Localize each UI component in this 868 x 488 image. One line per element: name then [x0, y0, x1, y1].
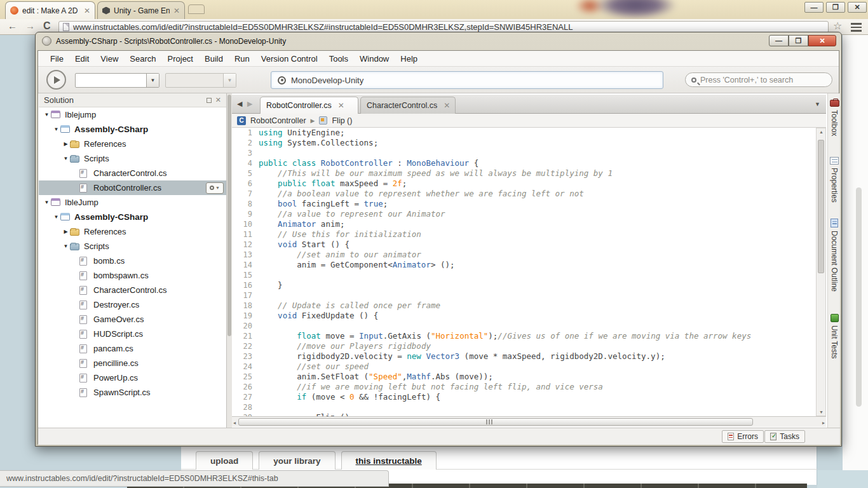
item-options-gear-button[interactable]: ▼: [206, 182, 224, 194]
page-scrollbar[interactable]: [856, 187, 862, 407]
tree-item-charactercontrol-cs[interactable]: CharacterControl.cs: [39, 283, 226, 297]
page-tab-your-library[interactable]: your library: [259, 451, 335, 470]
tree-item-gameover-cs[interactable]: GameOver.cs: [39, 312, 226, 327]
expander-closed-icon[interactable]: ▶: [62, 141, 70, 147]
menu-edit[interactable]: Edit: [69, 54, 95, 64]
expander-open-icon[interactable]: ▼: [62, 156, 70, 161]
nav-back-icon[interactable]: ◀: [237, 100, 242, 108]
minimize-button[interactable]: —: [769, 35, 789, 46]
nav-forward-icon[interactable]: ▶: [247, 100, 252, 108]
menu-build[interactable]: Build: [199, 54, 229, 64]
tab-close-icon[interactable]: ✕: [444, 101, 450, 110]
tree-item-hudscript-cs[interactable]: HUDScript.cs: [39, 327, 226, 341]
menu-run[interactable]: Run: [229, 54, 255, 64]
minimize-button[interactable]: —: [804, 2, 824, 13]
browser-menu-icon[interactable]: [851, 23, 862, 34]
menu-file[interactable]: File: [44, 54, 69, 64]
scroll-left-icon[interactable]: ◂: [233, 420, 236, 426]
back-icon[interactable]: ←: [8, 20, 17, 31]
configuration-combo[interactable]: ▼: [75, 73, 159, 88]
expander-closed-icon[interactable]: ▶: [62, 229, 70, 234]
scroll-down-icon[interactable]: ▼: [819, 410, 824, 414]
menu-project[interactable]: Project: [162, 54, 199, 64]
tree-item-charactercontrol-cs[interactable]: CharacterControl.cs: [39, 166, 226, 180]
tab-close-icon[interactable]: ✕: [84, 6, 90, 15]
tree-item-assembly-csharp[interactable]: ▼Assembly-CSharp: [39, 210, 226, 224]
scrollbar-thumb[interactable]: [238, 418, 753, 426]
tree-item-robotcontroller-cs[interactable]: RobotController.cs▼: [39, 180, 226, 195]
menu-view[interactable]: View: [95, 54, 124, 64]
editor-horizontal-scrollbar[interactable]: ◂ ▸: [232, 416, 826, 427]
reload-icon[interactable]: C: [43, 20, 51, 32]
run-button[interactable]: [46, 70, 66, 90]
tree-item-bomb-cs[interactable]: bomb.cs: [39, 254, 226, 268]
device-combo[interactable]: ▼: [165, 73, 236, 88]
tree-item-destroyer-cs[interactable]: Destroyer.cs: [39, 297, 226, 312]
expander-open-icon[interactable]: ▼: [52, 214, 60, 220]
close-button[interactable]: ✕: [808, 35, 836, 46]
scroll-up-icon[interactable]: ▲: [819, 130, 824, 134]
tree-item-bombspawn-cs[interactable]: bombspawn.cs: [39, 268, 226, 283]
dock-tab-properties[interactable]: Properties: [828, 157, 841, 203]
dock-autohide-icon[interactable]: [207, 98, 212, 103]
code-line: 14 anim = GetComponent<Animator> ();: [232, 260, 816, 270]
bookmark-star-icon[interactable]: ☆: [833, 20, 842, 32]
editor-tab-charactercontrol[interactable]: CharacterControl.cs ✕: [360, 97, 456, 114]
tab-close-icon[interactable]: ✕: [338, 101, 344, 110]
browser-tab-instructables[interactable]: edit : Make A 2D Infinite R ✕: [5, 1, 95, 19]
tree-item-references[interactable]: ▶References: [39, 224, 226, 239]
expander-open-icon[interactable]: ▼: [43, 112, 51, 118]
search-input[interactable]: Press 'Control+,' to search: [685, 72, 832, 87]
tree-item-scripts[interactable]: ▼Scripts: [39, 239, 226, 254]
window-titlebar[interactable]: Assembly-CSharp - Scripts\RobotControlle…: [42, 36, 286, 46]
breadcrumb-member[interactable]: Flip (): [332, 116, 352, 125]
cs-icon: [79, 301, 90, 309]
dock-tab-unit-tests[interactable]: Unit Tests: [828, 314, 841, 358]
menu-help[interactable]: Help: [395, 54, 423, 64]
tree-item-pencilline-cs[interactable]: pencilline.cs: [39, 356, 226, 370]
page-tab-upload[interactable]: upload: [196, 451, 253, 470]
tree-item-pancam-cs[interactable]: pancam.cs: [39, 341, 226, 356]
folder-y-icon: [70, 140, 80, 149]
menu-tools[interactable]: Tools: [323, 54, 354, 64]
close-button[interactable]: ✕: [848, 2, 867, 13]
line-number: 25: [232, 372, 259, 382]
editor-tab-robotcontroller[interactable]: RobotController.cs ✕: [260, 97, 358, 114]
tree-item-references[interactable]: ▶References: [39, 137, 226, 151]
tree-item-label: Assembly-CSharp: [74, 212, 148, 222]
menu-window[interactable]: Window: [354, 54, 395, 64]
menu-version-control[interactable]: Version Control: [255, 54, 323, 64]
tree-item-powerup-cs[interactable]: PowerUp.cs: [39, 370, 226, 385]
editor-vertical-scrollbar[interactable]: ▲ ▼: [816, 128, 826, 416]
tab-list-dropdown-icon[interactable]: ▼: [815, 101, 820, 107]
dock-tab-document-outline[interactable]: Document Outline: [828, 219, 841, 292]
solution-scrollbar[interactable]: [227, 93, 232, 428]
tree-item-iblejump[interactable]: ▼IbleJump: [39, 195, 226, 210]
tree-item-assembly-csharp[interactable]: ▼Assembly-CSharp: [39, 122, 226, 137]
tab-close-icon[interactable]: ✕: [173, 6, 180, 15]
tasks-pad-button[interactable]: Tasks: [764, 430, 805, 443]
pane-close-icon[interactable]: ✕: [215, 96, 221, 104]
page-tab-this-instructable[interactable]: this instructable: [341, 451, 437, 470]
tree-item-scripts[interactable]: ▼Scripts: [39, 151, 226, 166]
browser-tab-unity[interactable]: Unity - Game Engine ✕: [97, 1, 185, 19]
expander-open-icon[interactable]: ▼: [62, 243, 70, 249]
scroll-right-icon[interactable]: ▸: [822, 420, 825, 426]
maximize-button[interactable]: ❐: [789, 35, 808, 46]
expander-open-icon[interactable]: ▼: [43, 200, 51, 205]
tasks-icon: [770, 433, 776, 440]
errors-pad-button[interactable]: Errors: [722, 430, 764, 443]
expander-open-icon[interactable]: ▼: [52, 126, 60, 132]
line-number: 11: [232, 229, 259, 240]
code-editor[interactable]: 1using UnityEngine;2using System.Collect…: [232, 128, 816, 416]
breadcrumb-class[interactable]: RobotController: [250, 116, 306, 125]
tree-item-iblejump[interactable]: ▼Iblejump: [39, 107, 226, 122]
restore-button[interactable]: ❐: [826, 2, 845, 13]
new-tab-button[interactable]: [188, 4, 205, 14]
menu-search[interactable]: Search: [124, 54, 161, 64]
forward-icon[interactable]: →: [25, 20, 35, 31]
scrollbar-thumb[interactable]: [818, 140, 824, 273]
cs-icon: [79, 359, 90, 368]
dock-tab-toolbox[interactable]: Toolbox: [828, 100, 841, 136]
tree-item-spawnscript-cs[interactable]: SpawnScript.cs: [39, 385, 226, 400]
